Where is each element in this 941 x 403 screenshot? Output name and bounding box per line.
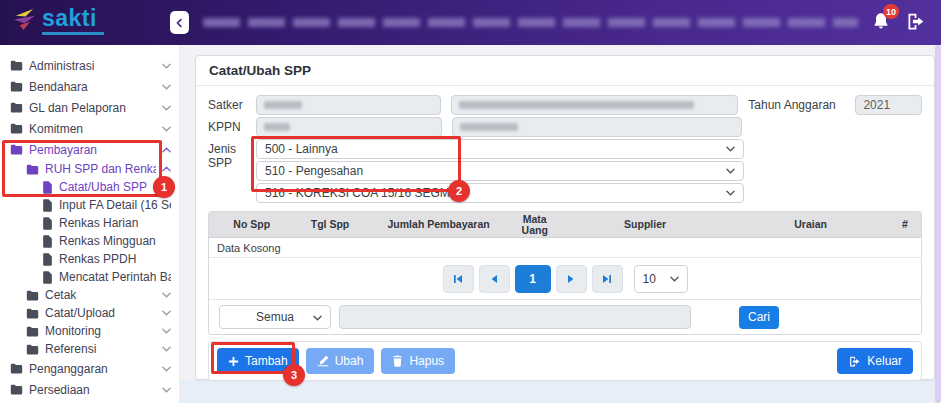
cari-button[interactable]: Cari [739,306,779,329]
sidebar-item-label: Cetak [45,288,156,302]
sidebar-item-cetak[interactable]: Cetak [0,286,179,304]
folder-icon [10,122,23,135]
page-title: Catat/Ubah SPP [196,56,934,86]
sidebar-item-monitoring[interactable]: Monitoring [0,322,179,340]
sidebar-item-bendahara[interactable]: Bendahara [0,76,179,97]
folder-icon [26,343,39,356]
app-window: sakti 10 Administras [0,0,941,403]
pagination: 1 10 [209,258,921,300]
pagination-current-page[interactable]: 1 [515,265,551,293]
sidebar-item-persediaan[interactable]: Persediaan [0,379,179,400]
folder-icon [10,143,23,156]
sidebar-item-label: Pembayaran [29,143,156,157]
sidebar-item-renkas-ppdh[interactable]: Renkas PPDH [0,250,179,268]
table-header-no-spp: No Spp [209,219,294,230]
logo-text: sakti [42,6,104,30]
jenis-spp-option-value: 500 - Lainnya [265,142,726,156]
folder-icon [10,383,23,396]
folder-icon [26,289,39,302]
document-icon [42,271,53,284]
sidebar-item-label: RUH SPP dan Renkas [45,162,156,176]
notification-badge: 10 [883,4,899,19]
sidebar-item-pembayaran[interactable]: Pembayaran [0,139,179,160]
chevron-down-icon [162,84,171,90]
catat-ubah-spp-card: Catat/Ubah SPP Satker Tahun Anggaran 202… [195,55,935,380]
page-size-select[interactable]: 10 [634,265,688,293]
pagination-prev-button[interactable] [479,265,510,293]
sidebar-item-penganggaran[interactable]: Penganggaran [0,358,179,379]
table-header-mata-uang: Mata Uang [512,214,558,236]
folder-icon [10,101,23,114]
sidebar-item-renkas-mingguan[interactable]: Renkas Mingguan [0,232,179,250]
sidebar-nav: Administrasi Bendahara GL dan Pelaporan [0,45,180,403]
kppn-label: KPPN [208,120,256,134]
annotation-badge-step1: 1 [153,176,175,198]
table-header-jumlah-pembayaran: Jumlah Pembayaran [366,219,512,230]
trash-icon [392,355,403,367]
sidebar-item-referensi[interactable]: Referensi [0,340,179,358]
sidebar-item-gl-dan-pelaporan[interactable]: GL dan Pelaporan [0,97,179,118]
jenis-spp-select[interactable]: 500 - Lainnya [256,139,744,159]
pagination-next-button[interactable] [556,265,587,293]
ubah-button[interactable]: Ubah [306,348,375,374]
sidebar-item-label: Renkas PPDH [59,252,171,266]
chevron-down-icon [162,366,171,372]
folder-icon [26,325,39,338]
chevron-down-icon [162,292,171,298]
sidebar-item-administrasi[interactable]: Administrasi [0,55,179,76]
scrollbar[interactable] [935,45,941,403]
app-logo: sakti [12,6,104,35]
sidebar-item-mencatat-perintah-bayar[interactable]: Mencatat Perintah Bayar [0,268,179,286]
jenis-spp-row: Jenis SPP 500 - Lainnya 510 - Pengesahan… [208,139,922,205]
jenis-spp-label: Jenis SPP [208,139,256,205]
document-icon [42,217,53,230]
sakti-logo-icon [12,6,37,32]
sidebar-item-komitmen[interactable]: Komitmen [0,118,179,139]
sidebar-item-label: Persediaan [29,383,156,397]
hapus-button[interactable]: Hapus [381,348,455,374]
jenis-spp-option-value: 510 - Pengesahan [265,164,726,178]
document-icon [42,253,53,266]
keluar-button[interactable]: Keluar [837,348,913,374]
pagination-last-button[interactable] [592,265,623,293]
tambah-label: Tambah [245,354,288,368]
sidebar-item-label: Renkas Mingguan [59,234,171,248]
chevron-down-icon [726,168,735,174]
jenis-spp-select[interactable]: 510 - Pengesahan [256,161,744,181]
chevron-down-icon [162,387,171,393]
sidebar-item-catat-upload[interactable]: Catat/Upload [0,304,179,322]
user-info-redacted [203,18,858,27]
sidebar-item-input-fa-detail-16-segmen[interactable]: Input FA Detail (16 Segmen) [0,196,179,214]
sidebar-item-label: Monitoring [45,324,156,338]
sidebar-item-label: GL dan Pelaporan [29,101,156,115]
search-filter-select[interactable]: Semua [219,305,331,329]
chevron-down-icon [726,146,735,152]
jenis-spp-select[interactable]: 516 - KOREKSI COA 15/16 SEGMEN [256,183,744,203]
search-input[interactable] [339,305,691,329]
sidebar-item-label: Bendahara [29,80,156,94]
sidebar-item-label: Input FA Detail (16 Segmen) [59,198,171,212]
sidebar-item-ruh-spp-dan-renkas[interactable]: RUH SPP dan Renkas [0,160,179,178]
satker-row: Satker Tahun Anggaran 2021 [208,94,922,115]
last-page-icon [602,274,612,284]
table-header-tgl-spp: Tgl Spp [294,219,365,230]
table-empty-row: Data Kosong [209,238,921,258]
first-page-icon [453,274,463,284]
logout-button[interactable] [905,11,927,33]
folder-icon [26,307,39,320]
table-header-: # [889,219,921,230]
action-bar: Tambah Ubah Hapus Keluar [208,341,922,381]
sidebar-item-renkas-harian[interactable]: Renkas Harian [0,214,179,232]
keluar-label: Keluar [867,354,902,368]
redacted-value [264,101,302,109]
sidebar-item-label: Komitmen [29,122,156,136]
chevron-down-icon [313,315,322,321]
chevron-up-icon [162,147,171,153]
next-page-icon [566,274,576,284]
redacted-value [459,101,694,109]
pagination-first-button[interactable] [443,265,474,293]
plus-icon [228,356,239,367]
sidebar-collapse-button[interactable] [170,11,189,34]
chevron-down-icon [162,63,171,69]
annotation-badge-step3: 3 [283,364,305,386]
